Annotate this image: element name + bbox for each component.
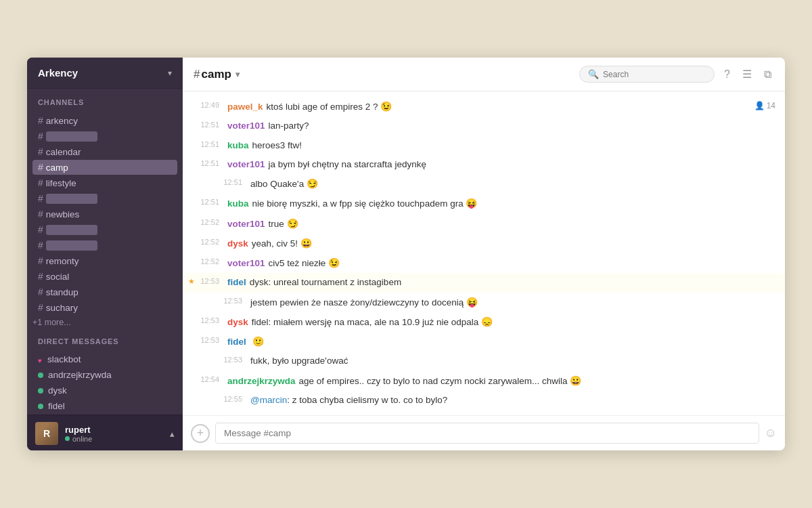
sidebar-channel-blurred3[interactable]: #████████ xyxy=(32,222,177,237)
channel-name: suchary xyxy=(46,303,78,313)
sidebar-channel-social[interactable]: #social xyxy=(32,269,177,284)
message-time: 12:49 xyxy=(194,100,219,109)
hash-icon: # xyxy=(38,224,43,235)
message-content: dyskfidel: miałem wersję na maca, ale na… xyxy=(227,315,774,329)
channel-name: arkency xyxy=(46,116,78,126)
message-time: 12:53 xyxy=(194,315,219,324)
search-icon: 🔍 xyxy=(588,69,599,79)
dm-username: fidel xyxy=(48,401,65,411)
sidebar-channel-newbies[interactable]: #newbies xyxy=(32,207,177,221)
sidebar-channel-arkency[interactable]: #arkency xyxy=(32,113,177,128)
hash-icon: # xyxy=(38,162,43,173)
message-username: voter101 xyxy=(227,121,265,131)
message-row: 12:53fidel 🙂 xyxy=(183,332,785,352)
emoji-icon: 😉 xyxy=(328,257,340,268)
message-input[interactable] xyxy=(215,423,759,444)
message-username: andrzejkrzywda xyxy=(227,376,296,386)
message-time: 12:51 xyxy=(194,196,219,206)
channel-dropdown-icon[interactable]: ▾ xyxy=(235,70,240,79)
message-username: fidel xyxy=(227,277,246,287)
sidebar-channel-blurred4[interactable]: #████████ xyxy=(32,238,177,253)
header-actions: 🔍 ? ☰ ⧉ xyxy=(579,65,774,83)
dm-item-andrzejkrzywda[interactable]: andrzejkrzywda xyxy=(32,368,177,382)
message-row: 12:51kubanie biorę myszki, a w fpp się c… xyxy=(183,194,785,213)
emoji-icon: 😀 xyxy=(300,238,312,249)
attach-button[interactable]: + xyxy=(191,424,210,443)
help-icon[interactable]: ? xyxy=(721,66,733,83)
hash-icon: # xyxy=(38,302,43,313)
sidebar-channel-blurred1[interactable]: #████████ xyxy=(32,129,177,144)
sidebar-channel-camp[interactable]: #camp xyxy=(32,160,177,175)
message-content: pawel_kktoś lubi age of empires 2 ? 😉 xyxy=(227,100,774,114)
hash-icon: # xyxy=(38,209,43,219)
message-time: 12:53 xyxy=(194,276,219,285)
hash-icon: # xyxy=(38,131,43,142)
message-time: 12:54 xyxy=(194,374,219,383)
sidebar-channel-lifestyle[interactable]: #lifestyle xyxy=(32,175,177,190)
channel-name: calendar xyxy=(46,147,81,157)
dm-item-fidel[interactable]: fidel xyxy=(32,399,177,413)
member-count: 👤14 xyxy=(754,101,775,110)
hash-icon: # xyxy=(38,146,43,157)
message-row: 12:51kubaheroes3 ftw! xyxy=(183,136,785,155)
message-username: voter101 xyxy=(227,159,265,169)
dm-username: dysk xyxy=(48,385,67,396)
message-row: 12:55@marcin: z toba chyba cielismy w to… xyxy=(183,391,785,410)
message-time: 12:51 xyxy=(217,177,242,186)
person-icon: 👤 xyxy=(754,101,765,110)
message-time: 12:51 xyxy=(194,139,219,148)
user-menu-chevron-icon[interactable]: ▴ xyxy=(170,429,175,439)
message-time: 12:53 xyxy=(217,295,242,305)
sidebar-channel-standup[interactable]: #standup xyxy=(32,284,177,299)
dm-item-dysk[interactable]: dysk xyxy=(32,383,177,398)
input-area: + ☺ xyxy=(183,415,785,450)
message-content: marcin joined #camp from an invitation b… xyxy=(227,412,774,415)
message-content: voter101true 😏 xyxy=(227,217,774,231)
dm-item-slackbot[interactable]: ♥slackbot xyxy=(32,352,177,366)
message-row: 12:53dyskfidel: miałem wersję na maca, a… xyxy=(183,312,785,332)
emoji-button[interactable]: ☺ xyxy=(765,426,777,440)
message-content: kubaheroes3 ftw! xyxy=(227,139,774,152)
user-info: rupert online xyxy=(65,425,170,443)
sidebar-channel-blurred2[interactable]: #████████ xyxy=(32,191,177,206)
message-content: voter101civ5 też niezłe 😉 xyxy=(227,256,774,270)
sidebar-channel-suchary[interactable]: #suchary xyxy=(32,300,177,315)
main-header: # camp ▾ 🔍 ? ☰ ⧉ xyxy=(183,58,785,91)
user-status: online xyxy=(65,435,170,443)
messages-area: 12:49pawel_kktoś lubi age of empires 2 ?… xyxy=(183,91,785,415)
channel-title: # camp ▾ xyxy=(194,68,240,81)
members-list-icon[interactable]: ☰ xyxy=(740,65,754,83)
dm-username: andrzejkrzywda xyxy=(48,370,112,380)
message-row: 12:54andrzejkrzywdaage of empires.. czy … xyxy=(183,371,785,391)
channel-name: camp xyxy=(46,163,68,173)
message-row: 12:51voter101lan-party? xyxy=(183,117,785,135)
channel-name: standup xyxy=(46,287,78,297)
message-time: 12:51 xyxy=(194,158,219,167)
message-content: fukk, było upgrade'ować xyxy=(250,354,774,368)
sidebar-channel-remonty[interactable]: #remonty xyxy=(32,253,177,268)
hash-icon: # xyxy=(38,240,43,251)
channels-list: #arkency#████████#calendar#camp#lifestyl… xyxy=(27,113,183,316)
main-panel: # camp ▾ 🔍 ? ☰ ⧉ 12:49pawel_kktoś lubi a… xyxy=(183,58,785,450)
emoji-icon: 😀 xyxy=(570,375,581,386)
status-dot-icon xyxy=(65,436,70,441)
sidebar-channel-calendar[interactable]: #calendar xyxy=(32,144,177,159)
hash-icon: # xyxy=(38,177,43,188)
search-box[interactable]: 🔍 xyxy=(579,66,715,83)
settings-icon[interactable]: ⧉ xyxy=(761,66,774,83)
app-container: Arkency ▾ CHANNELS #arkency#████████#cal… xyxy=(27,58,785,450)
message-time: 12:52 xyxy=(194,217,219,226)
message-content: albo Quake'a 😏 xyxy=(250,177,774,191)
message-content: andrzejkrzywdaage of empires.. czy to by… xyxy=(227,374,774,388)
workspace-chevron-icon[interactable]: ▾ xyxy=(168,68,172,78)
channels-label: CHANNELS xyxy=(38,98,172,106)
search-input[interactable] xyxy=(603,70,706,79)
channels-section: CHANNELS xyxy=(27,89,183,113)
star-icon: ★ xyxy=(188,277,195,286)
sidebar-header[interactable]: Arkency ▾ xyxy=(27,58,183,89)
more-channels-link[interactable]: +1 more... xyxy=(27,316,183,329)
current-channel-name: camp xyxy=(201,68,231,81)
message-username: fidel xyxy=(227,337,246,347)
message-content: voter101ja bym był chętny na starcrafta … xyxy=(227,158,774,171)
emoji-icon: 😝 xyxy=(466,297,478,308)
